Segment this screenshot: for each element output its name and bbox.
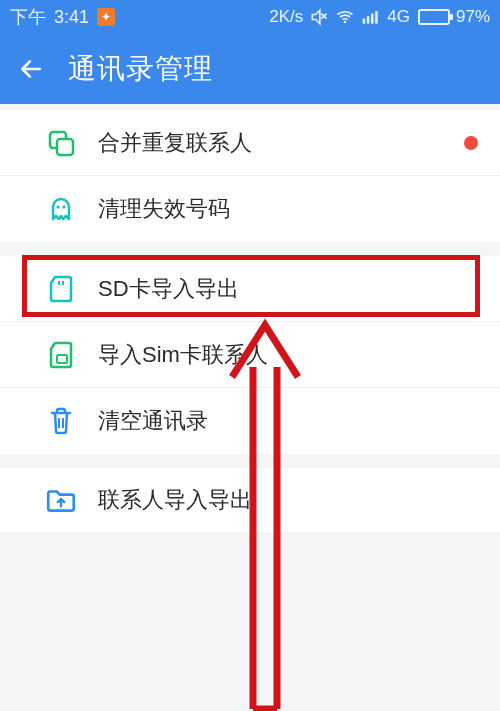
app-indicator-icon: ✦: [97, 8, 115, 26]
status-bar: 下午 3:41 ✦ 2K/s 4G 97%: [0, 0, 500, 34]
group-3: 联系人导入导出: [0, 468, 500, 532]
net-speed: 2K/s: [269, 7, 303, 27]
sim-card-icon: [44, 338, 78, 372]
notification-dot-icon: [464, 136, 478, 150]
row-label: 联系人导入导出: [98, 485, 252, 515]
row-clean-invalid[interactable]: 清理失效号码: [0, 176, 500, 242]
section-gap: [0, 454, 500, 468]
svg-rect-13: [57, 355, 67, 363]
header: 通讯录管理: [0, 34, 500, 104]
svg-point-10: [62, 205, 65, 208]
svg-rect-6: [375, 11, 378, 24]
page-title: 通讯录管理: [68, 50, 213, 88]
sd-card-icon: [44, 272, 78, 306]
svg-rect-8: [57, 139, 73, 155]
row-label: 导入Sim卡联系人: [98, 340, 268, 370]
status-time: 3:41: [54, 7, 89, 28]
svg-point-2: [344, 21, 347, 24]
mute-icon: [309, 7, 329, 27]
status-right: 2K/s 4G 97%: [269, 7, 490, 27]
row-clear-contacts[interactable]: 清空通讯录: [0, 388, 500, 454]
svg-rect-4: [367, 16, 370, 23]
row-label: 合并重复联系人: [98, 128, 252, 158]
row-contacts-import-export[interactable]: 联系人导入导出: [0, 468, 500, 532]
status-time-prefix: 下午: [10, 5, 46, 29]
battery-icon: [416, 9, 450, 25]
ghost-icon: [44, 192, 78, 226]
svg-rect-3: [363, 19, 366, 24]
status-left: 下午 3:41 ✦: [10, 5, 115, 29]
folder-upload-icon: [44, 483, 78, 517]
group-2: SD卡导入导出 导入Sim卡联系人 清空通讯录: [0, 256, 500, 454]
row-label: 清理失效号码: [98, 194, 230, 224]
svg-point-9: [56, 205, 59, 208]
trash-icon: [44, 404, 78, 438]
row-merge-duplicates[interactable]: 合并重复联系人: [0, 110, 500, 176]
row-import-sim[interactable]: 导入Sim卡联系人: [0, 322, 500, 388]
row-sd-import-export[interactable]: SD卡导入导出: [0, 256, 500, 322]
row-label: 清空通讯录: [98, 406, 208, 436]
battery-percent: 97%: [456, 7, 490, 27]
signal-icon: [361, 7, 381, 27]
svg-rect-5: [371, 14, 374, 24]
section-gap: [0, 242, 500, 256]
network-label: 4G: [387, 7, 410, 27]
merge-icon: [44, 126, 78, 160]
row-label: SD卡导入导出: [98, 274, 239, 304]
screen: 下午 3:41 ✦ 2K/s 4G 97% 通讯录管理: [0, 0, 500, 711]
wifi-icon: [335, 7, 355, 27]
group-1: 合并重复联系人 清理失效号码: [0, 110, 500, 242]
back-icon[interactable]: [18, 56, 44, 82]
